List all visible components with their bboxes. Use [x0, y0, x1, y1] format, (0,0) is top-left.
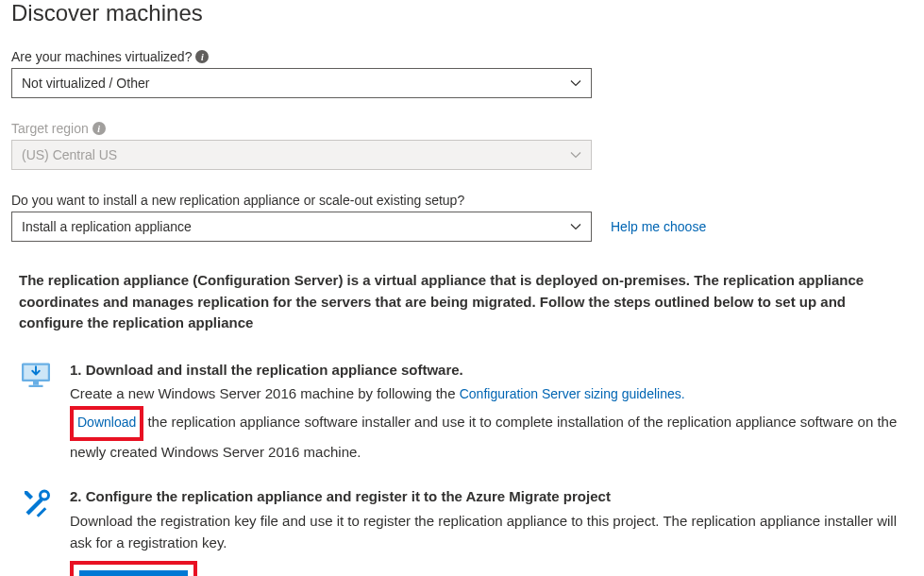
region-select: (US) Central US	[11, 140, 592, 170]
region-label-text: Target region	[11, 121, 89, 136]
install-select[interactable]: Install a replication appliance	[11, 212, 592, 242]
sizing-guidelines-link[interactable]: Configuration Server sizing guidelines.	[460, 386, 685, 401]
step-1-line1a: Create a new Windows Server 2016 machine…	[70, 385, 460, 401]
svg-point-4	[41, 491, 49, 500]
download-button-highlight: Download	[70, 561, 197, 576]
virtualized-field: Are your machines virtualized? i Not vir…	[11, 49, 913, 98]
chevron-down-icon	[570, 77, 581, 89]
install-label: Do you want to install a new replication…	[11, 193, 913, 208]
monitor-download-icon	[19, 359, 53, 396]
region-select-value: (US) Central US	[22, 147, 570, 162]
intro-text: The replication appliance (Configuration…	[19, 270, 905, 334]
download-link-highlight: Download	[70, 406, 143, 441]
install-field: Do you want to install a new replication…	[11, 193, 913, 242]
virtualized-label-text: Are your machines virtualized?	[11, 49, 192, 64]
step-2-title: 2. Configure the replication appliance a…	[70, 485, 913, 507]
chevron-down-icon	[570, 149, 581, 161]
svg-rect-5	[37, 508, 47, 518]
virtualized-label: Are your machines virtualized? i	[11, 49, 913, 64]
step-1-line2: the replication appliance software insta…	[70, 414, 897, 460]
step-2: 2. Configure the replication appliance a…	[19, 485, 913, 576]
page-title: Discover machines	[11, 0, 913, 26]
chevron-down-icon	[570, 221, 581, 232]
step-1-title: 1. Download and install the replication …	[70, 359, 913, 381]
virtualized-select-value: Not virtualized / Other	[22, 76, 570, 91]
info-icon[interactable]: i	[92, 122, 106, 135]
download-link[interactable]: Download	[77, 415, 136, 430]
tools-icon	[19, 485, 53, 522]
step-1-text: Create a new Windows Server 2016 machine…	[70, 382, 913, 464]
help-me-choose-link[interactable]: Help me choose	[611, 219, 706, 234]
install-select-value: Install a replication appliance	[22, 219, 570, 234]
region-label: Target region i	[11, 121, 913, 136]
install-label-text: Do you want to install a new replication…	[11, 193, 464, 208]
download-button[interactable]: Download	[79, 570, 188, 576]
info-icon[interactable]: i	[195, 50, 209, 63]
virtualized-select[interactable]: Not virtualized / Other	[11, 68, 592, 98]
svg-rect-3	[29, 384, 43, 386]
svg-rect-2	[33, 381, 39, 385]
step-1: 1. Download and install the replication …	[19, 359, 913, 464]
region-field: Target region i (US) Central US	[11, 121, 913, 170]
step-2-text: Download the registration key file and u…	[70, 510, 913, 554]
